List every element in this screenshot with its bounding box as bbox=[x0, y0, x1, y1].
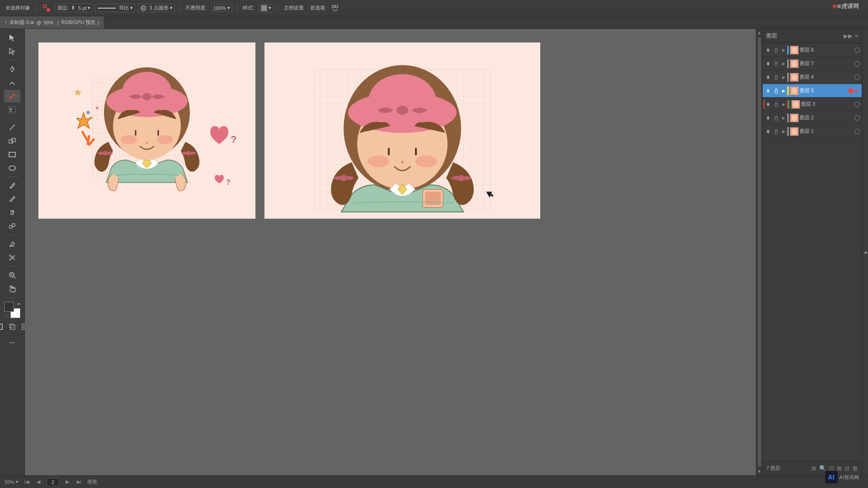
stroke-line-dropdown[interactable]: 等比 ▾ bbox=[95, 4, 135, 12]
active-layer-arrow: ▶ bbox=[763, 87, 763, 94]
direct-selection-tool-button[interactable] bbox=[4, 45, 20, 58]
draw-normal-button[interactable] bbox=[0, 322, 5, 332]
layer-visibility-7[interactable] bbox=[764, 60, 772, 67]
layer-item-4[interactable]: ▶ 图层 4 bbox=[763, 70, 862, 84]
panel-menu-icon[interactable]: ≡ bbox=[854, 33, 858, 39]
layer-lock-5[interactable] bbox=[773, 87, 780, 94]
watermark-icon: AI bbox=[825, 471, 838, 483]
layer-expand-1[interactable]: ▶ bbox=[781, 128, 786, 135]
reset-colors-icon[interactable]: ⬛ bbox=[4, 314, 9, 318]
foreground-color-box[interactable] bbox=[4, 302, 14, 312]
layer-lock-4[interactable] bbox=[773, 74, 780, 81]
layer-item-3[interactable]: ▶ 图层 3 bbox=[763, 98, 862, 111]
style-label: 样式: bbox=[241, 4, 256, 12]
layer-expand-6[interactable]: ▶ bbox=[781, 47, 786, 54]
layer-lock-3[interactable] bbox=[773, 101, 780, 108]
paintbrush-tool-button[interactable] bbox=[4, 179, 20, 192]
preferences-button[interactable]: 首选项 bbox=[308, 4, 327, 12]
layer-thumb-5 bbox=[790, 86, 799, 95]
layer-name-2: 图层 2 bbox=[800, 114, 854, 121]
layer-item-5[interactable]: ▶ ▶ 图层 5 ▶ bbox=[763, 84, 862, 98]
ellipse-tool-button[interactable] bbox=[4, 162, 20, 174]
curvature-tool-button[interactable] bbox=[4, 76, 20, 89]
red-color-bar-3 bbox=[787, 100, 788, 108]
file-tab[interactable]: × 未标题-3.ai @ 50% ( RGB/GPU 预览 ) bbox=[0, 16, 104, 28]
more-tools-button[interactable]: ••• bbox=[4, 336, 20, 349]
stroke-type-dropdown[interactable]: 描边: ⬆ 5 pt ▾ bbox=[55, 4, 93, 12]
layer-item-7[interactable]: ▶ 图层 7 bbox=[763, 57, 862, 70]
hand-tool-button[interactable] bbox=[4, 282, 20, 295]
eraser-tool-button[interactable] bbox=[4, 238, 20, 250]
point-type-dropdown[interactable]: 3 点圆形 ▾ bbox=[138, 4, 175, 12]
layer-item-2[interactable]: ▶ 图层 2 bbox=[763, 111, 862, 125]
next-artboard-button[interactable]: ▶ bbox=[64, 479, 71, 486]
shape-builder-button[interactable] bbox=[4, 135, 20, 147]
layer-circle-4 bbox=[854, 75, 860, 80]
layer-lock-7[interactable] bbox=[773, 60, 780, 67]
style-dropdown[interactable]: ▾ bbox=[259, 4, 274, 12]
prev-artboard-button[interactable]: ◀ bbox=[35, 479, 42, 486]
layer-expand-3[interactable]: ▶ bbox=[781, 101, 786, 108]
rotate-tool-button[interactable] bbox=[4, 206, 20, 219]
layer-circle-7 bbox=[854, 61, 860, 66]
layer-expand-2[interactable]: ▶ bbox=[781, 114, 786, 122]
layer-visibility-5[interactable] bbox=[764, 87, 772, 94]
svg-point-155 bbox=[340, 175, 347, 181]
svg-rect-18 bbox=[9, 225, 12, 228]
layer-lock-1[interactable] bbox=[773, 128, 780, 135]
pencil-tool-button[interactable] bbox=[4, 193, 20, 206]
layer-visibility-3[interactable] bbox=[764, 101, 772, 108]
layer-visibility-6[interactable] bbox=[764, 47, 772, 54]
scissors-tool-button[interactable] bbox=[4, 251, 20, 264]
svg-point-164 bbox=[792, 61, 797, 67]
layer-item-1[interactable]: ▶ 图层 1 bbox=[763, 125, 862, 138]
swap-colors-icon[interactable]: ⇌ bbox=[17, 302, 20, 306]
tab-close-button[interactable]: × bbox=[5, 20, 7, 25]
zoom-control[interactable]: 50% ▾ bbox=[5, 479, 19, 485]
layer-item-6[interactable]: ▶ 图层 6 bbox=[763, 43, 862, 57]
selection-tool-button[interactable] bbox=[4, 32, 20, 44]
scroll-down-button[interactable]: ▼ bbox=[757, 468, 762, 475]
rectangle-tool-button[interactable] bbox=[4, 148, 20, 161]
pen-tool-button[interactable] bbox=[4, 63, 20, 75]
tab-colormode-text: RGB/GPU 预览 bbox=[61, 19, 95, 26]
artboard-label: 画笔 bbox=[87, 479, 97, 485]
draw-behind-button[interactable] bbox=[6, 322, 18, 332]
scroll-up-button[interactable]: ▲ bbox=[757, 29, 762, 37]
doc-settings-button[interactable]: 文档设置 bbox=[282, 4, 306, 12]
zoom-tool-button[interactable] bbox=[4, 269, 20, 282]
layer-lock-2[interactable] bbox=[773, 114, 780, 122]
pen-icon bbox=[42, 4, 51, 12]
panel-expand-icon[interactable]: ▶▶ bbox=[844, 33, 853, 39]
canvas-scrollbar[interactable]: ▲ ▼ bbox=[756, 29, 762, 475]
extra-tools-button[interactable] bbox=[330, 4, 340, 13]
layer-lock-6[interactable] bbox=[773, 47, 780, 54]
layer-visibility-2[interactable] bbox=[764, 114, 772, 122]
svg-rect-0 bbox=[43, 5, 46, 8]
scale-tool-button[interactable] bbox=[4, 220, 20, 233]
canvas-area[interactable]: ▲ ▼ bbox=[25, 29, 762, 475]
area-type-tool-button[interactable]: T bbox=[4, 103, 20, 116]
layer-expand-4[interactable]: ▶ bbox=[781, 74, 786, 81]
new-artboard-icon[interactable]: ⊞ bbox=[811, 465, 816, 472]
layer-name-4: 图层 4 bbox=[800, 74, 854, 80]
layer-expand-5[interactable]: ▶ bbox=[781, 87, 786, 94]
svg-point-150 bbox=[368, 155, 389, 167]
line-tool-button[interactable] bbox=[4, 121, 20, 134]
layer-expand-7[interactable]: ▶ bbox=[781, 60, 786, 67]
type-tool-button[interactable]: T bbox=[4, 90, 20, 103]
artboard-number-input[interactable] bbox=[47, 478, 59, 486]
rectangle-tool-icon bbox=[8, 150, 16, 159]
scroll-thumb[interactable] bbox=[758, 38, 761, 467]
last-artboard-button[interactable]: ▶| bbox=[75, 479, 83, 486]
tab-bar: × 未标题-3.ai @ 50% ( RGB/GPU 预览 ) bbox=[0, 16, 868, 29]
right-edge-toggle[interactable]: ◀ bbox=[862, 29, 868, 475]
stroke-color-indicator[interactable] bbox=[41, 3, 52, 13]
layer-visibility-4[interactable] bbox=[764, 74, 772, 81]
tab-at: @ bbox=[36, 20, 41, 25]
svg-point-172 bbox=[792, 88, 797, 94]
opacity-dropdown[interactable]: 100% ▾ bbox=[211, 4, 232, 12]
draw-behind-icon bbox=[9, 324, 15, 330]
first-artboard-button[interactable]: |◀ bbox=[23, 479, 30, 486]
layer-visibility-1[interactable] bbox=[764, 128, 772, 135]
